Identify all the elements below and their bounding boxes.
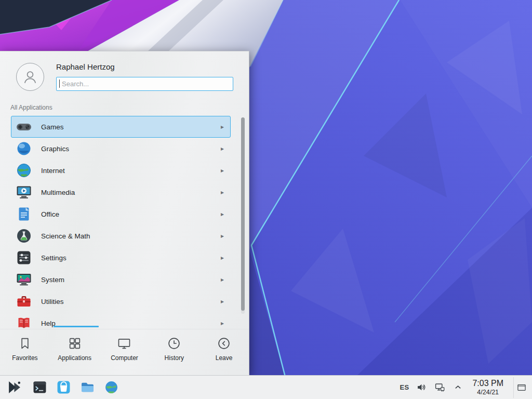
app-launcher-button[interactable] bbox=[4, 377, 25, 398]
tab-label: Leave bbox=[216, 354, 233, 362]
show-desktop-icon bbox=[516, 382, 527, 393]
tab-label: History bbox=[165, 354, 184, 362]
show-desktop-button[interactable] bbox=[513, 377, 529, 398]
launcher-header: Raphael Hertzog bbox=[0, 51, 249, 97]
flask-icon bbox=[16, 228, 32, 244]
submenu-arrow-icon: ▸ bbox=[221, 298, 224, 304]
active-tab-indicator bbox=[54, 326, 99, 327]
keyboard-layout-indicator[interactable]: ES bbox=[400, 383, 409, 391]
web-browser-icon bbox=[104, 380, 118, 394]
search-input[interactable] bbox=[56, 77, 233, 91]
category-utilities[interactable]: Utilities ▸ bbox=[11, 290, 231, 312]
file-manager-icon bbox=[81, 380, 95, 394]
category-label: Games bbox=[41, 123, 64, 131]
media-screen-icon bbox=[16, 184, 32, 201]
category-settings[interactable]: Settings ▸ bbox=[11, 247, 231, 269]
submenu-arrow-icon: ▸ bbox=[221, 255, 224, 261]
terminal-app-button[interactable] bbox=[29, 377, 50, 398]
category-list: Games ▸ Graphics ▸ Internet ▸ Multimedia… bbox=[0, 116, 249, 329]
help-book-icon bbox=[16, 315, 32, 329]
system-tray: ES 7:03 PM 4/24/21 bbox=[400, 377, 530, 398]
submenu-arrow-icon: ▸ bbox=[221, 124, 224, 130]
submenu-arrow-icon: ▸ bbox=[221, 211, 224, 217]
terminal-icon bbox=[33, 380, 47, 394]
bookmark-icon bbox=[18, 336, 32, 351]
paint-ball-icon bbox=[16, 140, 32, 157]
computer-icon bbox=[117, 336, 131, 351]
tab-label: Computer bbox=[111, 354, 138, 362]
submenu-arrow-icon: ▸ bbox=[221, 233, 224, 239]
submenu-arrow-icon: ▸ bbox=[221, 145, 224, 152]
speaker-icon bbox=[416, 382, 427, 393]
category-label: Multimedia bbox=[41, 189, 75, 196]
kde-launcher-icon bbox=[7, 380, 22, 395]
clock-date: 4/24/21 bbox=[472, 389, 503, 396]
document-icon bbox=[16, 206, 32, 222]
category-label: System bbox=[41, 276, 64, 284]
tab-computer[interactable]: Computer bbox=[100, 329, 150, 376]
app-grid-icon bbox=[68, 336, 82, 351]
category-system[interactable]: System ▸ bbox=[11, 269, 231, 290]
pinned-apps bbox=[29, 377, 122, 398]
discover-icon bbox=[57, 380, 71, 394]
discover-app-button[interactable] bbox=[53, 377, 74, 398]
toolbox-icon bbox=[16, 293, 32, 310]
category-multimedia[interactable]: Multimedia ▸ bbox=[11, 181, 231, 203]
tab-label: Applications bbox=[58, 354, 91, 362]
tray-expander-button[interactable] bbox=[452, 382, 463, 393]
taskbar-panel: ES 7:03 PM 4/24/21 bbox=[0, 375, 532, 399]
text-cursor bbox=[59, 79, 60, 88]
category-science-math[interactable]: Science & Math ▸ bbox=[11, 225, 231, 247]
category-label: Graphics bbox=[41, 145, 69, 153]
category-help[interactable]: Help ▸ bbox=[11, 312, 231, 329]
category-internet[interactable]: Internet ▸ bbox=[11, 159, 231, 181]
category-label: Settings bbox=[41, 254, 66, 262]
history-clock-icon bbox=[167, 336, 181, 351]
search-field-wrap bbox=[56, 77, 233, 91]
category-label: Science & Math bbox=[41, 232, 90, 240]
submenu-arrow-icon: ▸ bbox=[221, 276, 224, 283]
digital-clock[interactable]: 7:03 PM 4/24/21 bbox=[472, 379, 503, 396]
user-avatar[interactable] bbox=[16, 63, 44, 91]
launcher-tab-bar: Favorites Applications Computer History … bbox=[0, 329, 249, 376]
category-label: Utilities bbox=[41, 298, 64, 305]
tab-history[interactable]: History bbox=[149, 329, 199, 376]
category-graphics[interactable]: Graphics ▸ bbox=[11, 138, 231, 159]
user-icon bbox=[21, 68, 39, 86]
web-browser-button[interactable] bbox=[101, 377, 122, 398]
leave-icon bbox=[217, 336, 231, 351]
submenu-arrow-icon: ▸ bbox=[221, 167, 224, 174]
tab-leave[interactable]: Leave bbox=[199, 329, 249, 376]
globe-icon bbox=[16, 162, 32, 179]
tab-label: Favorites bbox=[12, 354, 37, 362]
application-launcher-popup: Raphael Hertzog All Applications Games ▸… bbox=[0, 51, 249, 375]
system-monitor-icon bbox=[16, 271, 32, 288]
submenu-arrow-icon: ▸ bbox=[221, 320, 224, 326]
sliders-icon bbox=[16, 249, 32, 266]
category-label: Office bbox=[41, 210, 59, 218]
tab-applications[interactable]: Applications bbox=[50, 329, 100, 376]
chevron-up-icon bbox=[454, 383, 462, 391]
category-games[interactable]: Games ▸ bbox=[11, 116, 231, 138]
network-button[interactable] bbox=[434, 382, 445, 393]
scrollbar-handle[interactable] bbox=[241, 117, 245, 311]
gamepad-icon bbox=[16, 118, 32, 135]
wired-network-icon bbox=[434, 382, 445, 393]
clock-time: 7:03 PM bbox=[472, 379, 503, 388]
user-name: Raphael Hertzog bbox=[56, 62, 115, 71]
submenu-arrow-icon: ▸ bbox=[221, 189, 224, 195]
file-manager-button[interactable] bbox=[77, 377, 98, 398]
volume-button[interactable] bbox=[416, 382, 427, 393]
section-label: All Applications bbox=[10, 104, 52, 111]
category-office[interactable]: Office ▸ bbox=[11, 203, 231, 225]
tab-favorites[interactable]: Favorites bbox=[0, 329, 50, 376]
category-label: Internet bbox=[41, 167, 65, 175]
